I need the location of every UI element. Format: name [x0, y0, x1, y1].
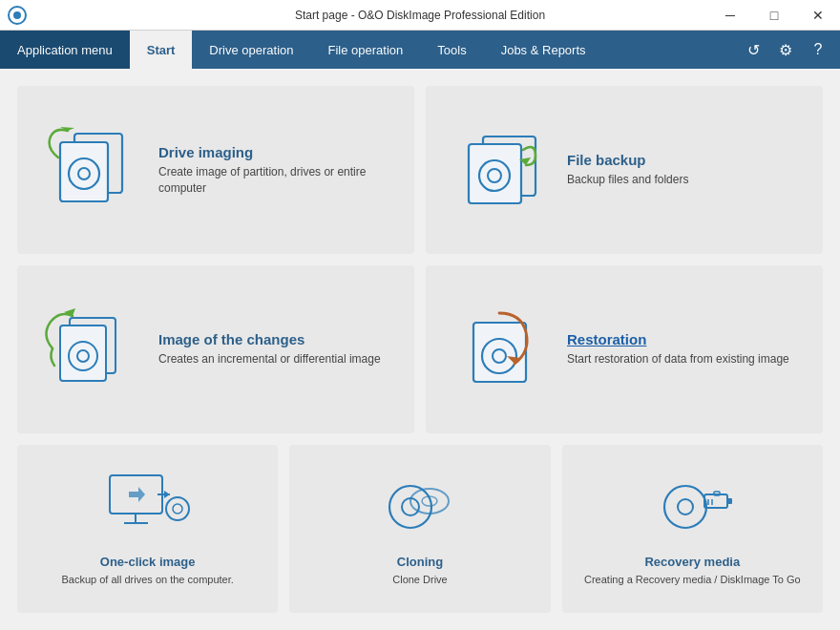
restoration-text: Restoration Start restoration of data fr… [567, 331, 789, 368]
restoration-desc: Start restoration of data from existing … [567, 351, 789, 368]
image-changes-title: Image of the changes [158, 331, 381, 347]
one-click-icon [105, 471, 191, 537]
drive-imaging-title: Drive imaging [158, 144, 395, 160]
card-cloning[interactable]: Cloning Clone Drive [289, 445, 550, 613]
card-row-2: Image of the changes Creates an incremen… [17, 265, 823, 433]
svg-rect-35 [727, 498, 732, 504]
main-content: Drive imaging Create image of partition,… [0, 69, 840, 630]
cloning-title: Cloning [392, 555, 447, 569]
svg-rect-8 [469, 144, 521, 203]
recovery-media-desc: Creating a Recovery media / DiskImage To… [584, 573, 801, 587]
tab-start[interactable]: Start [130, 31, 193, 69]
gear-icon[interactable]: ⚙ [771, 35, 800, 64]
menu-right-icons: ↺ ⚙ ? [739, 31, 840, 69]
recovery-media-title: Recovery media [584, 555, 801, 569]
drive-imaging-icon [36, 127, 141, 213]
cloning-text: Cloning Clone Drive [392, 555, 447, 587]
restoration-icon [445, 306, 550, 392]
image-changes-text: Image of the changes Creates an incremen… [158, 331, 381, 368]
svg-marker-24 [164, 491, 170, 498]
card-row-1: Drive imaging Create image of partition,… [17, 86, 823, 254]
title-bar-text: Start page - O&O DiskImage Professional … [295, 9, 545, 22]
one-click-desc: Backup of all drives on the computer. [61, 573, 233, 587]
one-click-text: One-click image Backup of all drives on … [61, 555, 233, 587]
drive-imaging-text: Drive imaging Create image of partition,… [158, 144, 395, 197]
image-changes-desc: Creates an incremental or differential i… [158, 351, 381, 368]
svg-point-31 [664, 486, 706, 528]
menu-bar: Application menu Start Drive operation F… [0, 31, 840, 69]
tab-jobs-reports[interactable]: Jobs & Reports [484, 31, 603, 69]
refresh-icon[interactable]: ↺ [739, 35, 767, 64]
svg-rect-13 [60, 326, 106, 381]
card-image-changes[interactable]: Image of the changes Creates an incremen… [17, 265, 414, 433]
restoration-title: Restoration [567, 331, 789, 347]
file-backup-text: File backup Backup files and folders [567, 152, 688, 188]
title-bar: Start page - O&O DiskImage Professional … [0, 0, 840, 31]
drive-imaging-desc: Create image of partition, drives or ent… [158, 164, 395, 197]
title-bar-left [0, 6, 32, 25]
file-backup-desc: Backup files and folders [567, 172, 688, 188]
application-menu[interactable]: Application menu [0, 31, 130, 69]
file-backup-title: File backup [567, 152, 688, 168]
card-restoration[interactable]: Restoration Start restoration of data fr… [426, 265, 823, 433]
recovery-media-text: Recovery media Creating a Recovery media… [584, 555, 801, 587]
card-row-3: One-click image Backup of all drives on … [17, 445, 823, 613]
card-file-backup[interactable]: File backup Backup files and folders [426, 86, 823, 254]
close-button[interactable]: ✕ [796, 0, 840, 31]
minimize-button[interactable]: ─ [708, 0, 752, 31]
tab-file-operation[interactable]: File operation [311, 31, 421, 69]
svg-point-1 [13, 11, 21, 19]
svg-point-32 [678, 499, 693, 514]
svg-rect-3 [60, 142, 108, 201]
cloning-icon [377, 471, 463, 537]
svg-point-25 [166, 497, 189, 520]
card-one-click[interactable]: One-click image Backup of all drives on … [17, 445, 278, 613]
card-recovery-media[interactable]: Recovery media Creating a Recovery media… [562, 445, 823, 613]
one-click-title: One-click image [61, 555, 233, 569]
image-changes-icon [36, 306, 141, 392]
card-drive-imaging[interactable]: Drive imaging Create image of partition,… [17, 86, 414, 254]
file-backup-icon [445, 127, 550, 213]
svg-point-26 [173, 504, 182, 514]
maximize-button[interactable]: □ [752, 0, 796, 31]
title-bar-controls: ─ □ ✕ [708, 0, 840, 31]
recovery-media-icon [649, 471, 735, 537]
svg-point-27 [389, 486, 431, 528]
tab-tools[interactable]: Tools [420, 31, 483, 69]
tab-drive-operation[interactable]: Drive operation [192, 31, 310, 69]
app-icon [8, 6, 27, 25]
help-icon[interactable]: ? [804, 35, 832, 64]
cloning-desc: Clone Drive [392, 573, 447, 587]
